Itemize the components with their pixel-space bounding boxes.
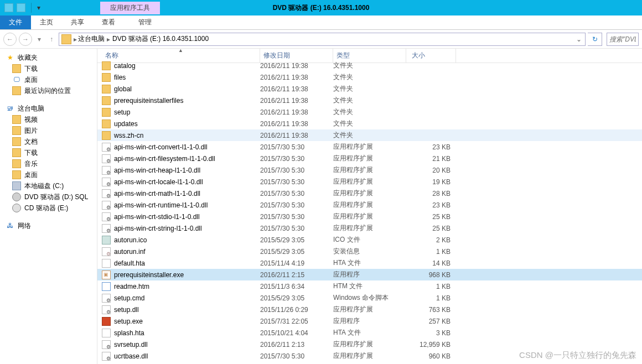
table-row[interactable]: setup2016/2/11 19:38文件夹 bbox=[97, 106, 642, 118]
sidebar-item[interactable]: 桌面 bbox=[0, 169, 97, 180]
table-row[interactable]: splash.hta2015/10/21 4:04HTA 文件3 KB bbox=[97, 327, 642, 339]
table-row[interactable]: api-ms-win-crt-stdio-l1-1-0.dll2015/7/30… bbox=[97, 211, 642, 222]
folder-icon bbox=[12, 170, 21, 179]
table-row[interactable]: ucrtbase.dll2015/7/30 5:30应用程序扩展960 KB bbox=[97, 350, 642, 362]
tab-view[interactable]: 查看 bbox=[93, 15, 124, 29]
sidebar-item-recent[interactable]: 最近访问的位置 bbox=[0, 85, 97, 96]
file-icon bbox=[102, 108, 111, 117]
refresh-button[interactable]: ↻ bbox=[588, 33, 602, 46]
file-list[interactable]: catalog2016/2/11 19:38文件夹files2016/2/11 … bbox=[97, 60, 642, 364]
file-icon bbox=[102, 178, 111, 186]
qat-dropdown-icon[interactable]: ▾ bbox=[37, 4, 40, 12]
file-size: 1 KB bbox=[406, 294, 456, 302]
table-row[interactable]: api-ms-win-crt-locale-l1-1-0.dll2015/7/3… bbox=[97, 176, 642, 188]
file-icon bbox=[102, 259, 111, 268]
back-button[interactable]: ← bbox=[3, 33, 17, 46]
file-date: 2015/5/29 3:05 bbox=[260, 236, 333, 244]
file-size: 14 KB bbox=[406, 259, 456, 267]
sidebar-item-label: 桌面 bbox=[24, 170, 38, 180]
folder-icon bbox=[12, 86, 21, 95]
sidebar-favorites-header[interactable]: ★收藏夹 bbox=[0, 52, 97, 63]
table-row[interactable]: setup.cmd2015/5/29 3:05Windows 命令脚本1 KB bbox=[97, 292, 642, 304]
table-row[interactable]: setup.dll2015/11/26 0:29应用程序扩展763 KB bbox=[97, 304, 642, 315]
file-icon bbox=[102, 271, 111, 279]
file-icon bbox=[102, 247, 111, 256]
table-row[interactable]: updates2016/2/11 19:38文件夹 bbox=[97, 118, 642, 129]
navigation-pane: ★收藏夹 下载 🖵桌面 最近访问的位置 🖳这台电脑 视频图片文档下载音乐桌面本地… bbox=[0, 49, 97, 364]
dvd-icon bbox=[12, 193, 21, 201]
table-row[interactable]: setup.exe2015/7/31 22:05应用程序257 KB bbox=[97, 315, 642, 327]
file-type: 应用程序扩展 bbox=[333, 165, 406, 175]
file-icon bbox=[102, 282, 111, 291]
sidebar-item[interactable]: 视频 bbox=[0, 114, 97, 125]
sidebar-item[interactable]: 音乐 bbox=[0, 158, 97, 169]
table-row[interactable]: autorun.ico2015/5/29 3:05ICO 文件2 KB bbox=[97, 234, 642, 246]
table-row[interactable]: wss.zh-cn2016/2/11 19:38文件夹 bbox=[97, 129, 642, 141]
forward-button[interactable]: → bbox=[19, 33, 32, 46]
file-icon bbox=[102, 329, 111, 337]
file-name: setup bbox=[114, 108, 130, 116]
table-row[interactable]: svrsetup.dll2016/2/11 2:13应用程序扩展12,959 K… bbox=[97, 339, 642, 350]
file-name: setup.exe bbox=[114, 318, 143, 325]
file-name: files bbox=[114, 74, 126, 81]
table-row[interactable]: global2016/2/11 19:38文件夹 bbox=[97, 83, 642, 95]
tab-manage[interactable]: 管理 bbox=[130, 15, 161, 29]
file-date: 2015/7/30 5:30 bbox=[260, 178, 333, 186]
breadcrumb[interactable]: DVD 驱动器 (E:) 16.0.4351.1000 bbox=[111, 34, 210, 44]
file-date: 2015/11/3 6:34 bbox=[260, 283, 333, 290]
table-row[interactable]: prerequisiteinstaller.exe2016/2/11 2:15应… bbox=[97, 269, 642, 280]
qat-newfolder-icon[interactable] bbox=[17, 3, 25, 12]
file-type: 应用程序扩展 bbox=[333, 212, 406, 221]
file-name: api-ms-win-crt-filesystem-l1-1-0.dll bbox=[114, 155, 215, 163]
file-icon bbox=[102, 352, 111, 361]
qat-properties-icon[interactable] bbox=[4, 3, 13, 12]
file-date: 2015/7/30 5:30 bbox=[260, 352, 333, 360]
sidebar-item[interactable]: CD 驱动器 (E:) bbox=[0, 202, 97, 214]
search-input[interactable] bbox=[609, 35, 636, 43]
sidebar-item[interactable]: 文档 bbox=[0, 136, 97, 147]
folder-icon bbox=[12, 64, 21, 73]
column-name[interactable]: 名称▲ bbox=[102, 49, 260, 63]
file-name: setup.cmd bbox=[114, 294, 144, 302]
table-row[interactable]: api-ms-win-crt-runtime-l1-1-0.dll2015/7/… bbox=[97, 199, 642, 211]
table-row[interactable]: api-ms-win-crt-math-l1-1-0.dll2015/7/30 … bbox=[97, 188, 642, 199]
sidebar-item[interactable]: 本地磁盘 (C:) bbox=[0, 180, 97, 191]
file-size: 23 KB bbox=[406, 201, 456, 209]
file-date: 2015/11/26 0:29 bbox=[260, 306, 333, 314]
sidebar-item-downloads[interactable]: 下载 bbox=[0, 63, 97, 74]
file-date: 2015/7/31 22:05 bbox=[260, 318, 333, 325]
address-dropdown-icon[interactable]: ⌄ bbox=[573, 35, 585, 43]
sidebar-item[interactable]: 下载 bbox=[0, 147, 97, 158]
recent-locations-icon[interactable]: ▾ bbox=[34, 34, 44, 45]
address-field[interactable]: ▸ 这台电脑 ▸ DVD 驱动器 (E:) 16.0.4351.1000 ⌄ bbox=[59, 33, 586, 46]
table-row[interactable]: autorun.inf2015/5/29 3:05安装信息1 KB bbox=[97, 246, 642, 257]
search-box[interactable] bbox=[607, 33, 639, 46]
file-type: 文件夹 bbox=[333, 72, 406, 82]
sidebar-item[interactable]: DVD 驱动器 (D:) SQL bbox=[0, 191, 97, 202]
file-type: 文件夹 bbox=[333, 96, 406, 105]
tab-home[interactable]: 主页 bbox=[31, 15, 62, 29]
sidebar-item-desktop[interactable]: 🖵桌面 bbox=[0, 74, 97, 85]
tab-share[interactable]: 共享 bbox=[62, 15, 93, 29]
file-size: 28 KB bbox=[406, 190, 456, 197]
up-button[interactable]: ↑ bbox=[46, 34, 56, 45]
file-type: HTA 文件 bbox=[333, 258, 406, 268]
table-row[interactable]: readme.htm2015/11/3 6:34HTM 文件1 KB bbox=[97, 280, 642, 292]
file-type: 文件夹 bbox=[333, 119, 406, 128]
table-row[interactable]: api-ms-win-crt-heap-l1-1-0.dll2015/7/30 … bbox=[97, 164, 642, 176]
file-size: 3 KB bbox=[406, 329, 456, 337]
table-row[interactable]: api-ms-win-crt-convert-l1-1-0.dll2015/7/… bbox=[97, 141, 642, 153]
chevron-right-icon[interactable]: ▸ bbox=[107, 35, 110, 43]
table-row[interactable]: api-ms-win-crt-filesystem-l1-1-0.dll2015… bbox=[97, 153, 642, 164]
sidebar-item[interactable]: 图片 bbox=[0, 125, 97, 136]
file-tab[interactable]: 文件 bbox=[0, 15, 31, 29]
table-row[interactable]: api-ms-win-crt-string-l1-1-0.dll2015/7/3… bbox=[97, 222, 642, 234]
sidebar-computer-header[interactable]: 🖳这台电脑 bbox=[0, 103, 97, 114]
file-list-pane: 名称▲ 修改日期 类型 大小 catalog2016/2/11 19:38文件夹… bbox=[97, 49, 642, 364]
table-row[interactable]: default.hta2015/11/4 4:19HTA 文件14 KB bbox=[97, 257, 642, 269]
table-row[interactable]: prerequisiteinstallerfiles2016/2/11 19:3… bbox=[97, 95, 642, 106]
sidebar-network-header[interactable]: 🖧网络 bbox=[0, 220, 97, 231]
file-date: 2015/7/30 5:30 bbox=[260, 190, 333, 197]
table-row[interactable]: files2016/2/11 19:38文件夹 bbox=[97, 71, 642, 83]
breadcrumb[interactable]: 这台电脑 ▸ bbox=[77, 34, 111, 44]
